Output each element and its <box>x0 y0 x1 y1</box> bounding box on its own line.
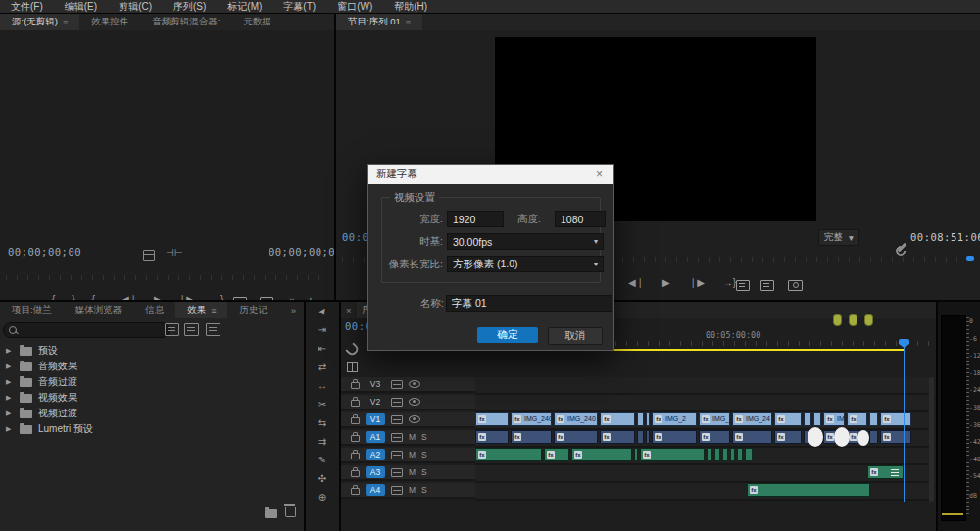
hand-tool[interactable]: ✣ <box>306 469 339 488</box>
sequence-marker-icon[interactable] <box>864 314 873 326</box>
clip[interactable]: fxIMG_2 <box>652 412 697 426</box>
timebase-select[interactable]: 30.00fps▾ <box>447 233 604 250</box>
track-label-a1[interactable]: A1 <box>366 431 385 443</box>
clip[interactable]: fx <box>475 448 542 461</box>
tab-overflow-icon[interactable]: » <box>283 302 304 318</box>
clip[interactable] <box>707 448 712 461</box>
clip[interactable]: fx <box>600 412 635 426</box>
clip[interactable]: fx <box>554 430 598 444</box>
settings-wrench-icon[interactable] <box>897 235 907 253</box>
lock-icon[interactable] <box>351 400 360 407</box>
rate-stretch-tool[interactable]: ↔ <box>306 376 339 395</box>
ripple-edit-tool[interactable]: ⇤ <box>306 339 339 358</box>
delete-trash-icon[interactable] <box>285 504 296 521</box>
menu-item-0[interactable]: 文件(F) <box>0 0 54 14</box>
timeline-settings-icon[interactable] <box>347 359 358 376</box>
panel-menu-icon[interactable]: ≡ <box>63 18 68 27</box>
filter-bin-icon-2[interactable] <box>184 323 199 336</box>
tab-project-1[interactable]: 媒体浏览器 <box>64 302 134 318</box>
source-transport-icon-3[interactable]: ◀❘ <box>119 293 140 300</box>
track-label-a3[interactable]: A3 <box>366 466 385 478</box>
source-patch-icon[interactable] <box>391 415 403 424</box>
insert-icon[interactable] <box>230 295 250 300</box>
tab-project-4[interactable]: 历史记 <box>227 302 279 318</box>
clip[interactable]: fx <box>774 430 802 444</box>
toggle-track-output-icon[interactable] <box>409 415 420 423</box>
clip[interactable]: fx <box>475 412 509 426</box>
source-patch-icon[interactable] <box>391 468 403 477</box>
timeline-vertical-scrollbar[interactable] <box>929 377 934 502</box>
source-patch-icon[interactable] <box>391 451 403 459</box>
track-label-a4[interactable]: A4 <box>366 484 385 496</box>
button-overflow-icon[interactable]: » <box>286 293 298 300</box>
mute-button[interactable]: M <box>409 432 416 442</box>
height-field[interactable]: 1080 <box>555 211 606 227</box>
track-label-a2[interactable]: A2 <box>366 449 385 460</box>
solo-button[interactable]: S <box>421 467 427 477</box>
clip[interactable] <box>637 430 644 444</box>
clip[interactable]: fx <box>511 430 552 444</box>
clip[interactable]: fx <box>774 412 802 426</box>
tree-item-3[interactable]: ▶视频效果 <box>0 390 304 406</box>
clip[interactable] <box>730 448 735 461</box>
lock-icon[interactable] <box>351 435 360 442</box>
sequence-marker-icon[interactable] <box>833 314 842 326</box>
clip[interactable]: fx <box>847 412 867 426</box>
clip[interactable] <box>737 448 743 461</box>
clip[interactable] <box>869 412 878 426</box>
clip[interactable]: fxIMG <box>823 412 845 426</box>
slip-tool[interactable]: ⇆ <box>306 413 339 432</box>
menu-item-2[interactable]: 剪辑(C) <box>108 0 163 14</box>
export-frame-icon[interactable] <box>785 278 806 295</box>
source-patch-icon[interactable] <box>391 433 403 442</box>
clip[interactable]: fxIMG_240 <box>554 412 598 426</box>
menu-item-5[interactable]: 字幕(T) <box>272 0 326 14</box>
clip[interactable] <box>722 448 728 461</box>
track-label-v1[interactable]: V1 <box>366 413 385 425</box>
lock-icon[interactable] <box>351 382 360 389</box>
lift-icon[interactable] <box>733 278 753 295</box>
expand-arrow-icon[interactable]: ▶ <box>6 378 14 386</box>
toggle-track-output-icon[interactable] <box>409 398 420 406</box>
clip[interactable] <box>813 412 821 426</box>
filter-bin-icon-1[interactable] <box>165 323 179 336</box>
clip[interactable] <box>634 448 638 461</box>
program-transport-icon-1[interactable]: ▶ <box>660 276 673 290</box>
tab-program-sequence[interactable]: 节目:序列 01 ≡ <box>336 14 422 30</box>
panel-menu-icon[interactable]: ≡ <box>211 306 216 315</box>
source-ruler[interactable] <box>6 275 327 280</box>
clip[interactable]: fx <box>747 483 870 497</box>
source-transport-icon-1[interactable]: } <box>69 293 77 300</box>
program-scrollbar-thumb[interactable] <box>966 256 974 261</box>
add-button-icon[interactable]: + <box>304 292 318 300</box>
source-patch-icon[interactable] <box>391 486 403 495</box>
pen-tool[interactable]: ✎ <box>306 451 339 469</box>
tree-item-0[interactable]: ▶预设 <box>0 343 304 359</box>
menu-item-6[interactable]: 窗口(W) <box>326 0 383 14</box>
tree-item-2[interactable]: ▶音频过渡 <box>0 374 304 390</box>
settings-icon[interactable] <box>143 247 155 265</box>
tab-source-2[interactable]: 音频剪辑混合器: <box>140 14 231 30</box>
extract-icon[interactable] <box>758 278 777 295</box>
expand-arrow-icon[interactable]: ▶ <box>6 394 14 402</box>
tree-item-5[interactable]: ▶Lumetri 预设 <box>0 421 304 437</box>
clip[interactable]: fx <box>640 448 705 461</box>
track-label-v2[interactable]: V2 <box>366 396 385 408</box>
tab-source-3[interactable]: 元数据 <box>231 14 283 30</box>
clip[interactable] <box>646 412 650 426</box>
snap-magnet-icon[interactable] <box>347 341 359 359</box>
clip[interactable]: fx <box>867 465 904 479</box>
clip[interactable] <box>637 412 644 426</box>
filter-bin-icon-3[interactable] <box>206 323 220 336</box>
program-transport-icon-0[interactable]: ◀❘ <box>625 276 647 290</box>
clip[interactable] <box>804 412 811 426</box>
menu-item-7[interactable]: 帮助(H) <box>383 0 438 14</box>
effects-search-input[interactable] <box>3 322 170 338</box>
source-transport-icon-4[interactable]: ▶ <box>151 293 165 300</box>
panel-menu-icon[interactable]: ≡ <box>406 18 411 27</box>
toggle-track-output-icon[interactable] <box>409 380 420 388</box>
overwrite-icon[interactable] <box>257 295 276 300</box>
rolling-edit-tool[interactable]: ⇄ <box>306 358 339 376</box>
source-patch-icon[interactable] <box>391 380 403 389</box>
zoom-level-select[interactable]: 完整 ▾ <box>818 229 859 246</box>
